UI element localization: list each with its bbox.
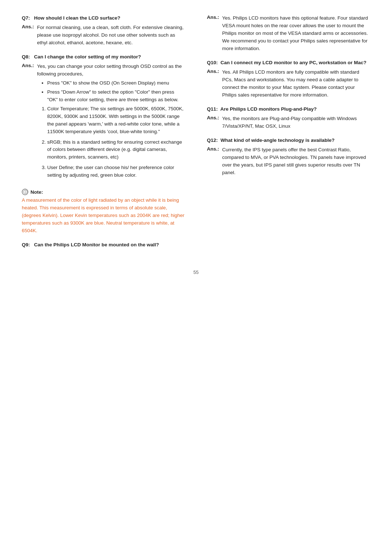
q7-text: How should I clean the LCD surface?	[34, 15, 121, 21]
q10-question: Q10: Can I connect my LCD monitor to any…	[207, 59, 370, 66]
q7-ans-text: For normal cleaning, use a clean, soft c…	[37, 24, 185, 47]
q10-label: Q10:	[207, 60, 218, 65]
q9-label: Q9:	[22, 242, 30, 247]
q11-ans-label: Ans.:	[207, 115, 222, 130]
q10-answer-block: Ans.: Yes. All Philips LCD monitors are …	[207, 69, 370, 99]
q8-question: Q8: Can I change the color setting of my…	[22, 53, 185, 61]
q10-ans-text: Yes. All Philips LCD monitors are fully …	[222, 69, 370, 99]
q11-question: Q11: Are Philips LCD monitors Plug-and-P…	[207, 106, 370, 113]
q7-block: Q7: How should I clean the LCD surface? …	[22, 15, 185, 47]
q8-numbered-list: Color Temperature; The six settings are …	[47, 105, 185, 179]
q12-text: What kind of wide-angle technology is av…	[221, 138, 335, 143]
page-number: 55	[22, 270, 370, 275]
q8-text: Can I change the color setting of my mon…	[34, 54, 141, 59]
q11-ans-text: Yes, the monitors are Plug-and-Play comp…	[222, 115, 370, 130]
q9-ans-block: Ans.: Yes. Philips LCD monitors have thi…	[207, 15, 370, 53]
q9-text: Can the Philips LCD Monitor be mounted o…	[34, 242, 159, 247]
q9-right-ans-text: Yes. Philips LCD monitors have this opti…	[222, 15, 370, 53]
q8-ans-content: Yes, you can change your color setting t…	[37, 63, 185, 182]
note-header: ⓘ Note:	[22, 189, 185, 195]
q8-bullet-1: Press "OK" to show the OSD (On Screen Di…	[47, 79, 185, 87]
q7-label: Q7:	[22, 15, 30, 21]
q9-question: Q9: Can the Philips LCD Monitor be mount…	[22, 241, 185, 249]
q7-ans-label: Ans.:	[22, 24, 37, 47]
q12-block: Q12: What kind of wide-angle technology …	[207, 137, 370, 177]
q9-right-ans-block: Ans.: Yes. Philips LCD monitors have thi…	[207, 15, 370, 53]
q12-label: Q12:	[207, 138, 218, 143]
note-text: A measurement of the color of light radi…	[22, 197, 185, 235]
q8-ans-intro: Yes, you can change your color setting t…	[37, 63, 182, 77]
q8-answer-block: Ans.: Yes, you can change your color set…	[22, 63, 185, 182]
q11-block: Q11: Are Philips LCD monitors Plug-and-P…	[207, 106, 370, 130]
q8-block: Q8: Can I change the color setting of my…	[22, 53, 185, 182]
q12-ans-label: Ans.:	[207, 146, 222, 177]
q10-block: Q10: Can I connect my LCD monitor to any…	[207, 59, 370, 99]
q12-answer-block: Ans.: Currently, the IPS type panels off…	[207, 146, 370, 177]
q11-label: Q11:	[207, 106, 218, 112]
q10-ans-label: Ans.:	[207, 69, 222, 99]
q8-bullet-2: Press "Down Arrow" to select the option …	[47, 89, 185, 104]
q7-question: Q7: How should I clean the LCD surface?	[22, 15, 185, 22]
q8-numbered-2: sRGB; this is a standard setting for ens…	[47, 139, 185, 161]
q8-numbered-3: User Define; the user can choose his/ he…	[47, 164, 185, 179]
q8-label: Q8:	[22, 54, 30, 59]
note-block: ⓘ Note: A measurement of the color of li…	[22, 189, 185, 235]
q10-text: Can I connect my LCD monitor to any PC, …	[221, 60, 367, 65]
q8-bullet-list: Press "OK" to show the OSD (On Screen Di…	[47, 79, 185, 104]
note-icon: ⓘ	[22, 189, 28, 195]
q8-ans-label: Ans.:	[22, 63, 37, 182]
q8-numbered-1: Color Temperature; The six settings are …	[47, 105, 185, 136]
q7-answer-block: Ans.: For normal cleaning, use a clean, …	[22, 24, 185, 47]
right-column: Ans.: Yes. Philips LCD monitors have thi…	[203, 15, 370, 255]
q12-ans-text: Currently, the IPS type panels offer the…	[222, 146, 370, 177]
note-label: Note:	[30, 189, 43, 195]
q11-text: Are Philips LCD monitors Plug-and-Play?	[220, 106, 317, 112]
q12-question: Q12: What kind of wide-angle technology …	[207, 137, 370, 144]
q11-answer-block: Ans.: Yes, the monitors are Plug-and-Pla…	[207, 115, 370, 130]
q9-right-ans-label: Ans.:	[207, 15, 222, 53]
q9-block: Q9: Can the Philips LCD Monitor be mount…	[22, 241, 185, 249]
left-column: Q7: How should I clean the LCD surface? …	[22, 15, 189, 255]
